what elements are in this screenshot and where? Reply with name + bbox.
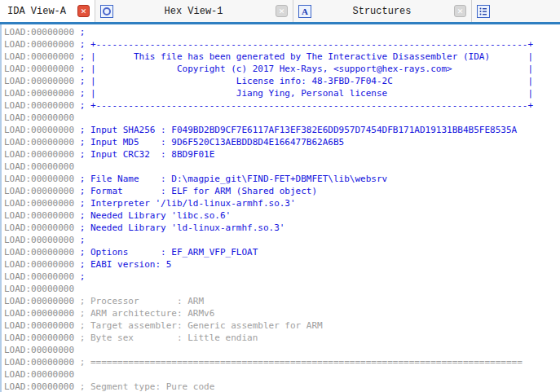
- address-prefix: LOAD:00000000: [4, 369, 74, 380]
- address-prefix: LOAD:00000000: [4, 64, 74, 74]
- address-prefix: LOAD:00000000: [4, 76, 74, 86]
- tab-hex-view-1[interactable]: Hex View-1 ✕: [95, 0, 293, 22]
- disassembly-line: LOAD:00000000: [4, 112, 560, 124]
- comment-text: ; File Name : D:\magpie_git\FIND-FET+DBM…: [74, 174, 387, 184]
- disassembly-line: LOAD:00000000: [4, 368, 560, 381]
- disassembly-line: LOAD:00000000 ; Format : ELF for ARM (Sh…: [4, 185, 560, 197]
- auto-comment-text: ; Processor : ARM: [74, 296, 204, 306]
- comment-text: ; EABI version: 5: [74, 259, 171, 270]
- disassembly-line: LOAD:00000000 ; Input MD5 : 9D6F520C13AE…: [4, 136, 560, 148]
- disassembly-line: LOAD:00000000 ; Input CRC32 : 8BD9F01E: [4, 148, 560, 161]
- auto-comment-text: ; ARM architecture: ARMv6: [74, 308, 214, 319]
- tab-label: Structures: [315, 6, 449, 17]
- disassembly-line: LOAD:00000000 ; Processor : ARM: [4, 295, 560, 307]
- disassembly-line: LOAD:00000000 ; Byte sex : Little endian: [4, 332, 560, 344]
- comment-text: ;: [74, 27, 85, 37]
- address-prefix: LOAD:00000000: [4, 271, 74, 282]
- auto-comment-text: ; Segment type: Pure code: [74, 381, 214, 392]
- disassembly-line: LOAD:00000000 ; ========================…: [4, 356, 560, 368]
- ida-window: IDA View-A ✕ Hex View-1 ✕ A Structures ✕: [0, 0, 560, 392]
- address-prefix: LOAD:00000000: [4, 259, 74, 270]
- address-prefix: LOAD:00000000: [4, 198, 74, 209]
- disassembly-lines: LOAD:00000000 ;LOAD:00000000 ; +--------…: [4, 26, 560, 392]
- disassembly-line: LOAD:00000000 ; Needed Library 'libc.so.…: [4, 209, 560, 222]
- disassembly-line: LOAD:00000000: [4, 161, 560, 173]
- address-prefix: LOAD:00000000: [4, 27, 74, 37]
- comment-text: ; +-------------------------------------…: [74, 100, 533, 111]
- structures-icon: A: [298, 5, 311, 18]
- disassembly-line: LOAD:00000000 ; +-----------------------…: [4, 99, 560, 112]
- address-prefix: LOAD:00000000: [4, 247, 74, 258]
- comment-text: ; Interpreter '/lib/ld-linux-armhf.so.3': [74, 198, 296, 209]
- disassembly-line: LOAD:00000000 ;: [4, 26, 560, 38]
- comment-text: ; Format : ELF for ARM (Shared object): [74, 186, 317, 196]
- address-prefix: LOAD:00000000: [4, 210, 74, 221]
- disassembly-line: LOAD:00000000: [4, 344, 560, 356]
- comment-text: ; Needed Library 'ld-linux-armhf.so.3': [74, 222, 284, 233]
- address-prefix: LOAD:00000000: [4, 112, 74, 123]
- comment-text: ; Needed Library 'libc.so.6': [74, 210, 231, 221]
- address-prefix: LOAD:00000000: [4, 137, 74, 148]
- address-prefix: LOAD:00000000: [4, 100, 74, 111]
- address-prefix: LOAD:00000000: [4, 39, 74, 50]
- address-prefix: LOAD:00000000: [4, 186, 74, 196]
- comment-text: ; Input SHA256 : F049BD2BD9CF7E6117AF13E…: [74, 125, 517, 135]
- disassembly-view[interactable]: LOAD:00000000 ;LOAD:00000000 ; +--------…: [0, 24, 560, 392]
- comment-text: ; Input CRC32 : 8BD9F01E: [74, 149, 214, 160]
- disassembly-line: LOAD:00000000 ; Interpreter '/lib/ld-lin…: [4, 197, 560, 209]
- comment-text: ; Input MD5 : 9D6F520C13AEBDD8D4E166477B…: [74, 137, 344, 148]
- comment-text: ; Options : EF_ARM_VFP_FLOAT: [74, 247, 258, 258]
- tab-label: IDA View-A: [5, 6, 73, 17]
- disassembly-line: LOAD:00000000 ; File Name : D:\magpie_gi…: [4, 173, 560, 185]
- svg-text:A: A: [302, 7, 308, 16]
- tab-label: Enums: [493, 6, 560, 17]
- tab-label: Hex View-1: [117, 6, 271, 17]
- address-prefix: LOAD:00000000: [4, 296, 74, 306]
- disassembly-line: LOAD:00000000 ; Options : EF_ARM_VFP_FLO…: [4, 246, 560, 258]
- address-prefix: LOAD:00000000: [4, 381, 74, 392]
- address-prefix: LOAD:00000000: [4, 149, 74, 160]
- comment-text: ; +-------------------------------------…: [74, 39, 533, 50]
- address-prefix: LOAD:00000000: [4, 51, 74, 62]
- close-icon[interactable]: ✕: [77, 5, 90, 17]
- address-prefix: LOAD:00000000: [4, 161, 74, 172]
- disassembly-line: LOAD:00000000 ; Input SHA256 : F049BD2BD…: [4, 124, 560, 136]
- comment-text: ; | Jiang Ying, Personal license |: [74, 88, 533, 99]
- disassembly-line: LOAD:00000000 ; +-----------------------…: [4, 38, 560, 51]
- address-prefix: LOAD:00000000: [4, 235, 74, 245]
- address-prefix: LOAD:00000000: [4, 345, 74, 355]
- comment-text: ; | Copyright (c) 2017 Hex-Rays, <suppor…: [74, 64, 533, 74]
- tab-ida-view-a[interactable]: IDA View-A ✕: [0, 0, 95, 22]
- close-icon[interactable]: ✕: [276, 5, 288, 17]
- address-prefix: LOAD:00000000: [4, 333, 74, 343]
- close-icon[interactable]: ✕: [454, 5, 466, 17]
- disassembly-line: LOAD:00000000 ;: [4, 271, 560, 283]
- address-prefix: LOAD:00000000: [4, 125, 74, 135]
- disassembly-line: LOAD:00000000 ; EABI version: 5: [4, 258, 560, 271]
- enums-icon: [477, 5, 490, 18]
- address-prefix: LOAD:00000000: [4, 308, 74, 319]
- disassembly-line: LOAD:00000000 ;: [4, 234, 560, 246]
- tab-structures[interactable]: A Structures ✕: [293, 0, 472, 22]
- tab-enums[interactable]: Enums: [472, 0, 560, 22]
- disassembly-line: LOAD:00000000 ; Target assembler: Generi…: [4, 319, 560, 332]
- comment-text: ;: [74, 235, 85, 245]
- disassembly-line: LOAD:00000000 ; Segment type: Pure code: [4, 381, 560, 392]
- address-prefix: LOAD:00000000: [4, 88, 74, 99]
- disassembly-line: LOAD:00000000 ; | This file has been gen…: [4, 51, 560, 63]
- hex-view-icon: [100, 5, 113, 18]
- comment-text: ; | License info: 48-3FBD-7F04-2C |: [74, 76, 533, 86]
- auto-comment-text: ; ======================================…: [74, 357, 523, 368]
- disassembly-line: LOAD:00000000 ; ARM architecture: ARMv6: [4, 307, 560, 319]
- address-prefix: LOAD:00000000: [4, 357, 74, 368]
- address-prefix: LOAD:00000000: [4, 284, 74, 294]
- disassembly-line: LOAD:00000000 ; | License info: 48-3FBD-…: [4, 75, 560, 87]
- disassembly-line: LOAD:00000000 ; Needed Library 'ld-linux…: [4, 222, 560, 234]
- comment-text: ;: [74, 271, 85, 282]
- disassembly-line: LOAD:00000000 ; | Jiang Ying, Personal l…: [4, 87, 560, 99]
- address-prefix: LOAD:00000000: [4, 320, 74, 331]
- auto-comment-text: ; Byte sex : Little endian: [74, 333, 258, 343]
- disassembly-line: LOAD:00000000: [4, 283, 560, 295]
- comment-text: ; | This file has been generated by The …: [74, 51, 533, 62]
- tab-bar: IDA View-A ✕ Hex View-1 ✕ A Structures ✕: [0, 0, 560, 22]
